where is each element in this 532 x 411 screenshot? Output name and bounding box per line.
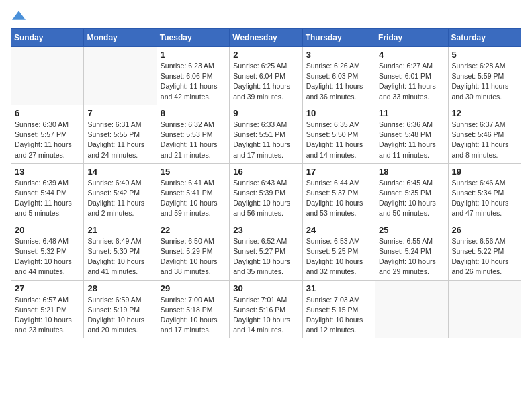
cell-info: Sunrise: 6:50 AM Sunset: 5:29 PM Dayligh… <box>161 236 226 277</box>
weekday-header-monday: Monday <box>84 29 157 47</box>
calendar-cell: 27Sunrise: 6:57 AM Sunset: 5:21 PM Dayli… <box>11 280 84 338</box>
calendar-cell: 30Sunrise: 7:01 AM Sunset: 5:16 PM Dayli… <box>230 280 302 338</box>
week-row-2: 6Sunrise: 6:30 AM Sunset: 5:57 PM Daylig… <box>11 105 521 163</box>
cell-info: Sunrise: 6:25 AM Sunset: 6:04 PM Dayligh… <box>233 61 298 102</box>
weekday-header-tuesday: Tuesday <box>157 29 229 47</box>
cell-info: Sunrise: 6:53 AM Sunset: 5:25 PM Dayligh… <box>306 236 371 277</box>
calendar-cell: 24Sunrise: 6:53 AM Sunset: 5:25 PM Dayli… <box>302 222 375 280</box>
calendar-cell: 10Sunrise: 6:35 AM Sunset: 5:50 PM Dayli… <box>302 105 375 163</box>
day-number: 6 <box>15 108 80 118</box>
calendar-cell: 15Sunrise: 6:41 AM Sunset: 5:41 PM Dayli… <box>157 163 229 222</box>
calendar-cell: 26Sunrise: 6:56 AM Sunset: 5:22 PM Dayli… <box>448 222 521 280</box>
calendar-cell: 28Sunrise: 6:59 AM Sunset: 5:19 PM Dayli… <box>84 280 157 338</box>
calendar-cell: 11Sunrise: 6:36 AM Sunset: 5:48 PM Dayli… <box>375 105 448 163</box>
cell-info: Sunrise: 6:56 AM Sunset: 5:22 PM Dayligh… <box>452 236 517 277</box>
cell-info: Sunrise: 6:49 AM Sunset: 5:30 PM Dayligh… <box>87 236 152 277</box>
cell-info: Sunrise: 6:30 AM Sunset: 5:57 PM Dayligh… <box>15 120 80 161</box>
cell-info: Sunrise: 6:55 AM Sunset: 5:24 PM Dayligh… <box>379 236 444 277</box>
day-number: 4 <box>379 50 444 60</box>
week-row-3: 13Sunrise: 6:39 AM Sunset: 5:44 PM Dayli… <box>11 163 521 222</box>
day-number: 2 <box>233 50 298 60</box>
day-number: 16 <box>233 167 298 177</box>
calendar-cell: 5Sunrise: 6:28 AM Sunset: 5:59 PM Daylig… <box>448 47 521 105</box>
cell-info: Sunrise: 6:33 AM Sunset: 5:51 PM Dayligh… <box>233 120 298 161</box>
calendar-cell <box>375 280 448 338</box>
calendar-cell: 12Sunrise: 6:37 AM Sunset: 5:46 PM Dayli… <box>448 105 521 163</box>
day-number: 22 <box>161 225 226 235</box>
calendar-cell <box>84 47 157 105</box>
day-number: 20 <box>15 225 80 235</box>
calendar-cell <box>11 47 84 105</box>
cell-info: Sunrise: 7:03 AM Sunset: 5:15 PM Dayligh… <box>306 295 371 336</box>
calendar-cell: 31Sunrise: 7:03 AM Sunset: 5:15 PM Dayli… <box>302 280 375 338</box>
calendar-cell: 3Sunrise: 6:26 AM Sunset: 6:03 PM Daylig… <box>302 47 375 105</box>
day-number: 5 <box>452 50 517 60</box>
day-number: 13 <box>15 167 80 177</box>
cell-info: Sunrise: 6:48 AM Sunset: 5:32 PM Dayligh… <box>15 236 80 277</box>
day-number: 21 <box>87 225 152 235</box>
day-number: 18 <box>379 167 444 177</box>
day-number: 19 <box>452 167 517 177</box>
cell-info: Sunrise: 6:52 AM Sunset: 5:27 PM Dayligh… <box>233 236 298 277</box>
cell-info: Sunrise: 7:01 AM Sunset: 5:16 PM Dayligh… <box>233 295 298 336</box>
calendar-cell: 25Sunrise: 6:55 AM Sunset: 5:24 PM Dayli… <box>375 222 448 280</box>
svg-marker-0 <box>12 11 26 19</box>
weekday-header-saturday: Saturday <box>448 29 521 47</box>
calendar-cell: 14Sunrise: 6:40 AM Sunset: 5:42 PM Dayli… <box>84 163 157 222</box>
day-number: 14 <box>87 167 152 177</box>
calendar-cell: 18Sunrise: 6:45 AM Sunset: 5:35 PM Dayli… <box>375 163 448 222</box>
calendar-cell: 9Sunrise: 6:33 AM Sunset: 5:51 PM Daylig… <box>230 105 302 163</box>
calendar-cell: 8Sunrise: 6:32 AM Sunset: 5:53 PM Daylig… <box>157 105 229 163</box>
calendar-cell: 17Sunrise: 6:44 AM Sunset: 5:37 PM Dayli… <box>302 163 375 222</box>
weekday-header-row: SundayMondayTuesdayWednesdayThursdayFrid… <box>11 29 521 47</box>
day-number: 27 <box>15 283 80 293</box>
calendar-cell: 13Sunrise: 6:39 AM Sunset: 5:44 PM Dayli… <box>11 163 84 222</box>
cell-info: Sunrise: 6:39 AM Sunset: 5:44 PM Dayligh… <box>15 178 80 219</box>
day-number: 26 <box>452 225 517 235</box>
logo-icon <box>12 11 26 20</box>
day-number: 1 <box>161 50 226 60</box>
day-number: 11 <box>379 108 444 118</box>
week-row-4: 20Sunrise: 6:48 AM Sunset: 5:32 PM Dayli… <box>11 222 521 280</box>
cell-info: Sunrise: 6:26 AM Sunset: 6:03 PM Dayligh… <box>306 61 371 102</box>
calendar-cell: 1Sunrise: 6:23 AM Sunset: 6:06 PM Daylig… <box>157 47 229 105</box>
calendar-cell: 16Sunrise: 6:43 AM Sunset: 5:39 PM Dayli… <box>230 163 302 222</box>
cell-info: Sunrise: 6:35 AM Sunset: 5:50 PM Dayligh… <box>306 120 371 161</box>
weekday-header-friday: Friday <box>375 29 448 47</box>
logo <box>11 11 26 20</box>
cell-info: Sunrise: 6:43 AM Sunset: 5:39 PM Dayligh… <box>233 178 298 219</box>
cell-info: Sunrise: 6:59 AM Sunset: 5:19 PM Dayligh… <box>87 295 152 336</box>
day-number: 12 <box>452 108 517 118</box>
calendar-cell: 22Sunrise: 6:50 AM Sunset: 5:29 PM Dayli… <box>157 222 229 280</box>
calendar-cell: 23Sunrise: 6:52 AM Sunset: 5:27 PM Dayli… <box>230 222 302 280</box>
day-number: 31 <box>306 283 371 293</box>
day-number: 30 <box>233 283 298 293</box>
cell-info: Sunrise: 6:27 AM Sunset: 6:01 PM Dayligh… <box>379 61 444 102</box>
weekday-header-wednesday: Wednesday <box>230 29 302 47</box>
calendar-cell: 2Sunrise: 6:25 AM Sunset: 6:04 PM Daylig… <box>230 47 302 105</box>
cell-info: Sunrise: 6:46 AM Sunset: 5:34 PM Dayligh… <box>452 178 517 219</box>
calendar-cell: 6Sunrise: 6:30 AM Sunset: 5:57 PM Daylig… <box>11 105 84 163</box>
week-row-5: 27Sunrise: 6:57 AM Sunset: 5:21 PM Dayli… <box>11 280 521 338</box>
day-number: 17 <box>306 167 371 177</box>
cell-info: Sunrise: 6:23 AM Sunset: 6:06 PM Dayligh… <box>161 61 226 102</box>
day-number: 23 <box>233 225 298 235</box>
day-number: 15 <box>161 167 226 177</box>
calendar-cell: 7Sunrise: 6:31 AM Sunset: 5:55 PM Daylig… <box>84 105 157 163</box>
day-number: 8 <box>161 108 226 118</box>
weekday-header-sunday: Sunday <box>11 29 84 47</box>
cell-info: Sunrise: 6:31 AM Sunset: 5:55 PM Dayligh… <box>87 120 152 161</box>
day-number: 24 <box>306 225 371 235</box>
cell-info: Sunrise: 6:57 AM Sunset: 5:21 PM Dayligh… <box>15 295 80 336</box>
calendar-cell <box>448 280 521 338</box>
cell-info: Sunrise: 6:36 AM Sunset: 5:48 PM Dayligh… <box>379 120 444 161</box>
cell-info: Sunrise: 6:32 AM Sunset: 5:53 PM Dayligh… <box>161 120 226 161</box>
weekday-header-thursday: Thursday <box>302 29 375 47</box>
calendar-cell: 19Sunrise: 6:46 AM Sunset: 5:34 PM Dayli… <box>448 163 521 222</box>
day-number: 25 <box>379 225 444 235</box>
calendar-cell: 4Sunrise: 6:27 AM Sunset: 6:01 PM Daylig… <box>375 47 448 105</box>
cell-info: Sunrise: 6:44 AM Sunset: 5:37 PM Dayligh… <box>306 178 371 219</box>
cell-info: Sunrise: 6:40 AM Sunset: 5:42 PM Dayligh… <box>87 178 152 219</box>
calendar-cell: 21Sunrise: 6:49 AM Sunset: 5:30 PM Dayli… <box>84 222 157 280</box>
day-number: 7 <box>87 108 152 118</box>
